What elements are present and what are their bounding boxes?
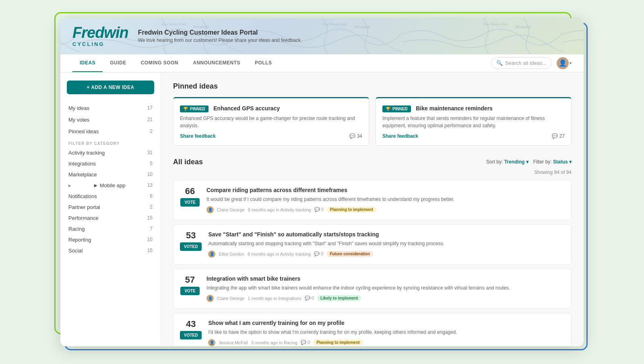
trophy-icon-1: 🏆 <box>386 107 390 111</box>
pinned-card-0: 🏆 PINNED Enhanced GPS accuracy Enhanced … <box>173 97 369 146</box>
sidebar-category-activity-tracking[interactable]: Activity tracking31 <box>60 147 161 158</box>
sidebar-category-partner-portal[interactable]: Partner portal2 <box>60 202 161 213</box>
category-label: Integrations <box>68 161 96 167</box>
idea-author-avatar-2: 👤 <box>206 295 214 302</box>
vote-count-3: 43 <box>186 320 196 329</box>
idea-item-0: 66 VOTE Compare riding patterns across d… <box>173 180 572 220</box>
showing-count: Showing 94 of 94 <box>173 170 572 175</box>
filter-label: Filter by: Status ▾ <box>533 159 572 165</box>
comment-num-0: 34 <box>357 133 362 139</box>
search-icon: 🔍 <box>496 60 503 66</box>
idea-time-3: 3 months ago in Racing <box>251 340 298 345</box>
category-count: 10 <box>147 172 153 177</box>
app-window: Fredwin CYCLING Fredwin Cycling Customer… <box>60 18 584 346</box>
idea-comments-3: 💬 0 <box>301 340 310 345</box>
idea-desc-0: It would be great if I could compare my … <box>206 196 565 203</box>
pinned-ideas-count: 2 <box>150 128 153 134</box>
idea-author-avatar-0: 👤 <box>206 206 214 213</box>
ideas-list: 66 VOTE Compare riding patterns across d… <box>173 180 572 346</box>
category-label: Performance <box>68 215 98 221</box>
idea-body-3: Show what I am currently training for on… <box>208 320 565 346</box>
pinned-card-footer-0: Share feedback 💬 34 <box>180 133 362 139</box>
idea-author-0: Claire George <box>217 207 244 212</box>
main-content: + ADD A NEW IDEA My ideas 17 My votes 21… <box>60 72 584 346</box>
sidebar-item-my-votes[interactable]: My votes 21 <box>60 114 161 126</box>
content-area: Pinned ideas 🏆 PINNED Enhanced GPS accur… <box>161 72 584 346</box>
sidebar-category-reporting[interactable]: Reporting10 <box>60 234 161 245</box>
pinned-card-title-0: Enhanced GPS accuracy <box>213 105 280 112</box>
idea-body-0: Compare riding patterns across different… <box>206 187 565 213</box>
comment-num-1: 27 <box>559 133 565 139</box>
comment-count-0: 💬 34 <box>349 133 362 139</box>
idea-author-1: Elliot Gordon <box>219 252 244 256</box>
idea-status-1: Future consideration <box>326 251 373 257</box>
category-label: Racing <box>68 226 85 232</box>
vote-button-2[interactable]: VOTE <box>180 287 199 295</box>
idea-status-0: Planning to implement <box>327 207 376 213</box>
user-avatar[interactable]: 👤 <box>557 57 569 69</box>
pinned-ideas-section-title: Pinned ideas <box>173 82 572 91</box>
category-count: 6 <box>150 193 153 199</box>
idea-body-2: Integration with smart bike trainers Int… <box>206 275 565 302</box>
search-bar[interactable]: 🔍 Search all ideas... <box>491 57 552 69</box>
idea-time-0: 9 months ago in Activity tracking <box>248 207 311 212</box>
pinned-badge-1: 🏆 PINNED <box>382 105 411 112</box>
sort-dropdown[interactable]: Trending ▾ <box>504 159 528 165</box>
pinned-card-desc-1: Implement a feature that sends reminders… <box>382 115 565 129</box>
tab-polls[interactable]: POLLS <box>248 54 279 72</box>
sidebar: + ADD A NEW IDEA My ideas 17 My votes 21… <box>60 72 161 346</box>
category-count: 31 <box>147 150 153 155</box>
header-subtitle: We love hearing from our customers! Plea… <box>138 37 302 43</box>
sidebar-category-marketplace[interactable]: Marketplace10 <box>60 169 161 180</box>
sidebar-category-racing[interactable]: Racing7 <box>60 223 161 234</box>
comment-icon-1: 💬 <box>552 133 558 139</box>
category-count: 15 <box>147 248 153 253</box>
category-label: Activity tracking <box>68 150 105 156</box>
filter-dropdown[interactable]: Status ▾ <box>553 159 572 165</box>
vote-button-1[interactable]: VOTED <box>180 242 202 251</box>
sidebar-category-performance[interactable]: Performance15 <box>60 213 161 223</box>
idea-item-3: 43 VOTED Show what I am currently traini… <box>173 313 572 346</box>
sidebar-item-my-ideas[interactable]: My ideas 17 <box>60 102 161 114</box>
pinned-grid: 🏆 PINNED Enhanced GPS accuracy Enhanced … <box>173 97 572 146</box>
tab-ideas[interactable]: IDEAS <box>72 54 103 72</box>
idea-comments-0: 💬 0 <box>314 207 324 212</box>
category-label: Social <box>68 248 83 254</box>
category-count: 2 <box>150 204 153 210</box>
pinned-card-desc-0: Enhanced GPS accuracy would be a game-ch… <box>180 115 362 129</box>
sort-label: Sort by: Trending ▾ <box>486 159 528 165</box>
idea-comments-2: 💬 0 <box>305 296 314 301</box>
sort-filter-controls: Sort by: Trending ▾ Filter by: Status ▾ <box>486 159 572 165</box>
idea-item-1: 53 VOTED Save "Start" and "Finish" so au… <box>173 224 572 265</box>
sidebar-category-notifications[interactable]: Notifications6 <box>60 191 161 202</box>
my-votes-count: 21 <box>147 117 153 122</box>
sidebar-category-social[interactable]: Social15 <box>60 245 161 256</box>
vote-count-0: 66 <box>185 187 195 196</box>
category-list: Activity tracking31Integrations5Marketpl… <box>60 147 161 256</box>
idea-status-3: Planning to implement <box>313 339 363 345</box>
share-feedback-1[interactable]: Share feedback <box>382 133 418 139</box>
idea-meta-2: 👤 Claire George 1 month ago in Integrati… <box>206 295 565 302</box>
sidebar-category-mobile-app[interactable]: ► Mobile app13 <box>60 180 161 191</box>
share-feedback-0[interactable]: Share feedback <box>180 133 216 139</box>
vote-button-0[interactable]: VOTE <box>180 198 199 207</box>
tab-coming-soon[interactable]: COMING SOON <box>134 54 186 72</box>
sidebar-item-pinned-ideas[interactable]: Pinned ideas 2 <box>60 126 161 137</box>
pinned-badge-0: 🏆 PINNED <box>180 105 208 112</box>
idea-item-2: 57 VOTE Integration with smart bike trai… <box>173 269 572 309</box>
idea-body-1: Save "Start" and "Finish" so automatical… <box>208 231 565 258</box>
nav-tabs: IDEAS GUIDE COMING SOON ANNOUNCEMENTS PO… <box>72 54 491 72</box>
vote-section-1: 53 VOTED <box>180 231 202 258</box>
sidebar-category-integrations[interactable]: Integrations5 <box>60 158 161 169</box>
idea-meta-3: 👤 Jessica McFall 3 months ago in Racing … <box>208 339 565 346</box>
tab-guide[interactable]: GUIDE <box>103 54 134 72</box>
avatar-caret[interactable]: ▾ <box>570 61 572 65</box>
idea-desc-1: Automatically starting and stopping trac… <box>208 240 565 247</box>
vote-button-3[interactable]: VOTED <box>180 331 202 339</box>
idea-meta-0: 👤 Claire George 9 months ago in Activity… <box>206 206 565 213</box>
idea-author-avatar-3: 👤 <box>208 339 215 346</box>
tab-announcements[interactable]: ANNOUNCEMENTS <box>186 54 248 72</box>
all-ideas-header: All ideas Sort by: Trending ▾ Filter by:… <box>173 158 572 166</box>
category-count: 5 <box>150 161 153 166</box>
add-idea-button[interactable]: + ADD A NEW IDEA <box>67 81 154 94</box>
